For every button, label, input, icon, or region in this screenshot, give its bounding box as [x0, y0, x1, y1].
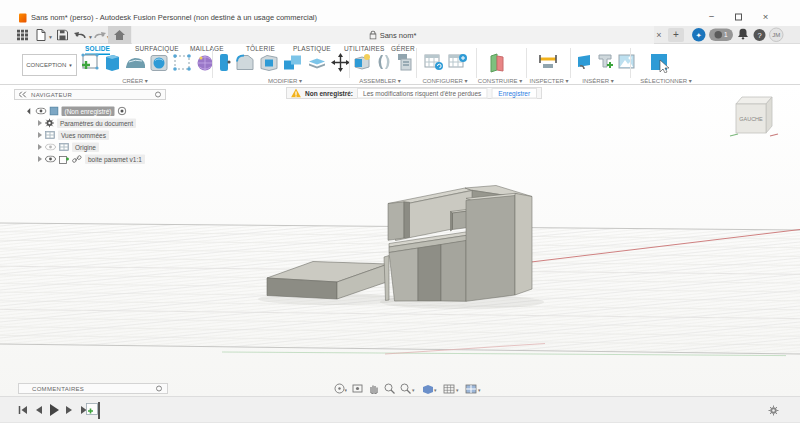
model-box[interactable]	[384, 186, 532, 302]
insert-group-icons	[576, 53, 635, 70]
create-sketch-button[interactable]	[80, 53, 100, 73]
new-tab-button[interactable]: +	[668, 28, 684, 42]
close-button[interactable]: ×	[753, 9, 778, 25]
configuration-insert-button[interactable]	[448, 53, 467, 71]
expand-icon[interactable]	[38, 144, 42, 150]
save-button[interactable]	[57, 30, 68, 41]
tree-label[interactable]: Vues nommées	[58, 130, 109, 140]
expand-icon[interactable]	[27, 108, 33, 114]
ribbon-divider	[212, 48, 213, 78]
viewport-3d[interactable]: NAVIGATEUR (Non enregistré) Paramètres d…	[0, 85, 800, 396]
tab-gerer[interactable]: GÉRER	[391, 45, 415, 53]
document-tab[interactable]: Sans nom*	[132, 26, 654, 44]
help-button[interactable]: ?	[754, 29, 766, 41]
construction-plane-button[interactable]	[487, 53, 507, 73]
look-at-button[interactable]	[352, 383, 363, 394]
tree-label[interactable]: Paramètres du document	[57, 118, 136, 128]
tab-utilitaires[interactable]: UTILITAIRES	[344, 45, 385, 53]
timeline-settings-button[interactable]	[768, 405, 779, 418]
comments-menu-icon[interactable]	[156, 386, 162, 392]
expand-icon[interactable]	[38, 156, 42, 162]
tab-tolerie[interactable]: TÔLERIE	[246, 45, 275, 53]
combine-button[interactable]	[283, 54, 303, 72]
step-back-button[interactable]	[34, 405, 42, 415]
modify-group-label[interactable]: MODIFIER ▾	[255, 77, 315, 84]
tree-label[interactable]: boite paramet v1:1	[85, 154, 145, 164]
eye-icon[interactable]	[36, 108, 47, 115]
undo-caret[interactable]: ▼	[88, 34, 93, 40]
drive-joint-button[interactable]	[397, 53, 415, 71]
form-button[interactable]	[125, 55, 146, 71]
split-button[interactable]	[307, 54, 327, 72]
eye-disabled-icon[interactable]	[45, 144, 56, 151]
tab-maillage[interactable]: MAILLAGE	[190, 45, 224, 53]
file-menu-caret[interactable]: ▼	[48, 34, 53, 40]
workspace-dropdown[interactable]: CONCEPTION▼	[22, 54, 77, 76]
app-grid-button[interactable]	[17, 30, 28, 41]
radio-target-icon[interactable]	[117, 107, 126, 116]
pattern-button[interactable]	[173, 54, 192, 72]
tree-label[interactable]: (Non enregistré)	[62, 106, 115, 116]
assemble-group-label[interactable]: ASSEMBLER ▾	[348, 77, 412, 84]
maximize-button[interactable]	[726, 9, 751, 25]
move-button[interactable]	[331, 53, 350, 72]
step-forward-button[interactable]	[66, 405, 74, 415]
display-settings-button[interactable]: ▾	[421, 383, 438, 394]
home-button[interactable]	[108, 26, 131, 44]
view-cube[interactable]: GAUCHE	[726, 90, 782, 138]
select-group-label[interactable]: SÉLECTIONNER ▾	[636, 77, 696, 84]
fit-button[interactable]: ▾	[400, 383, 416, 394]
model-slab[interactable]	[267, 262, 388, 300]
shell-button[interactable]	[259, 54, 279, 72]
canvas-icon	[618, 54, 635, 69]
tree-row-settings[interactable]: Paramètres du document	[38, 117, 136, 129]
play-button[interactable]	[49, 404, 59, 416]
fillet-button[interactable]	[235, 54, 255, 72]
tree-row-component[interactable]: boite paramet v1:1	[38, 153, 145, 165]
canvas-button[interactable]	[618, 54, 635, 69]
orbit-button[interactable]: ▾	[334, 383, 347, 394]
user-avatar[interactable]: JM	[769, 28, 784, 43]
tree-row-named-views[interactable]: Vues nommées	[38, 129, 109, 141]
tree-label[interactable]: Origine	[72, 142, 99, 152]
skip-start-button[interactable]	[18, 405, 27, 415]
revolve-button[interactable]	[150, 54, 169, 73]
tree-row-document[interactable]: (Non enregistré)	[28, 105, 126, 117]
notifications-button[interactable]	[738, 29, 748, 42]
create-group-label[interactable]: CRÉER ▾	[105, 77, 165, 84]
viewports-button[interactable]: ▾	[465, 383, 482, 394]
joint-button[interactable]	[375, 53, 393, 71]
comments-panel[interactable]: COMMENTAIRES	[18, 383, 168, 394]
save-action-button[interactable]: Enregistrer	[491, 88, 537, 99]
select-button[interactable]	[650, 53, 670, 73]
new-component-button[interactable]	[353, 53, 371, 71]
expand-icon[interactable]	[38, 132, 42, 138]
eye-icon[interactable]	[45, 156, 56, 163]
job-status-button[interactable]: ✦	[692, 28, 706, 42]
insert-mesh-button[interactable]	[597, 53, 614, 70]
tab-surfacique[interactable]: SURFACIQUE	[135, 45, 179, 53]
credits-badge[interactable]: 1	[709, 29, 733, 42]
press-pull-button[interactable]	[218, 53, 231, 72]
tab-close-button[interactable]: ×	[653, 29, 665, 41]
file-menu-button[interactable]	[36, 29, 46, 41]
measure-button[interactable]	[538, 53, 558, 71]
zoom-button[interactable]	[384, 383, 395, 394]
configuration-table-button[interactable]	[424, 53, 443, 71]
insert-group-label[interactable]: INSÉRER ▾	[572, 77, 624, 84]
timeline-feature-sketch[interactable]	[86, 400, 102, 422]
grid-settings-button[interactable]: ▾	[443, 383, 460, 394]
tree-row-origin[interactable]: Origine	[38, 141, 99, 153]
navigator-menu-icon[interactable]	[155, 92, 161, 98]
minimize-button[interactable]: −	[699, 9, 724, 25]
pan-button[interactable]	[368, 383, 379, 394]
primitive-box-button[interactable]	[104, 53, 121, 73]
undo-button[interactable]	[74, 31, 86, 41]
tab-plastique[interactable]: PLASTIQUE	[293, 45, 331, 53]
expand-icon[interactable]	[38, 120, 42, 126]
inspect-group-label[interactable]: INSPECTER ▾	[520, 77, 578, 84]
decal-button[interactable]	[576, 53, 593, 70]
collapse-icon	[19, 92, 27, 98]
redo-button[interactable]	[94, 31, 106, 41]
navigator-header[interactable]: NAVIGATEUR	[14, 89, 166, 100]
